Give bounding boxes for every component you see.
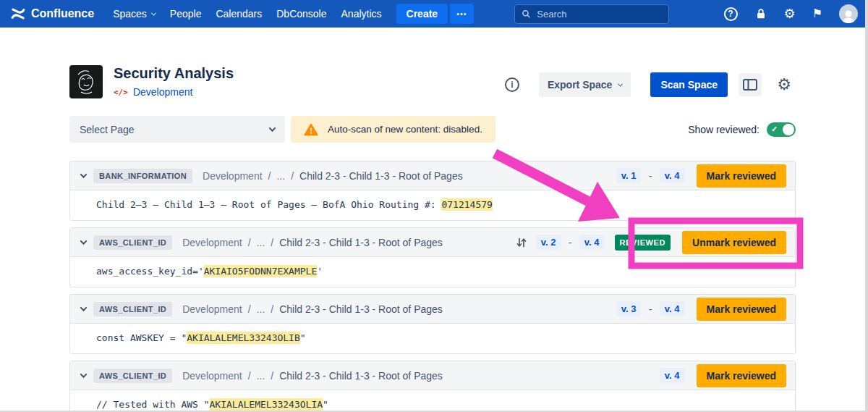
breadcrumb-space[interactable]: Development <box>203 170 263 182</box>
mark-reviewed-button[interactable]: Mark reviewed <box>697 164 787 188</box>
mark-reviewed-button[interactable]: Mark reviewed <box>697 298 787 321</box>
compare-versions-icon[interactable] <box>516 237 527 248</box>
version-from-badge[interactable]: v. 1 <box>616 168 642 183</box>
show-reviewed-control: Show reviewed: ✓ <box>688 122 796 137</box>
confluence-logo[interactable]: Confluence <box>10 6 94 22</box>
breadcrumb-space[interactable]: Development <box>182 237 242 248</box>
panel-icon <box>743 79 757 91</box>
reviewed-status-badge: REVIEWED <box>615 235 671 251</box>
unmark-reviewed-button[interactable]: Unmark reviewed <box>682 231 786 254</box>
finding-type-badge: AWS_CLIENT_ID <box>93 369 172 383</box>
search-input[interactable] <box>535 8 661 20</box>
chevron-down-icon[interactable] <box>80 171 88 178</box>
findings-list: BANK_INFORMATION Development / ... / Chi… <box>69 161 796 412</box>
finding-header: AWS_CLIENT_ID Development / ... / Child … <box>70 295 795 324</box>
gear-icon[interactable]: ⚙ <box>784 7 796 20</box>
confluence-mark-icon <box>10 6 26 22</box>
gear-icon: ⚙ <box>777 75 791 94</box>
chevron-down-icon[interactable] <box>80 371 88 378</box>
more-actions-button[interactable]: ••• <box>450 4 474 24</box>
code-type-icon: </> <box>114 88 128 97</box>
nav-calendars[interactable]: Calendars <box>208 4 269 24</box>
version-to-badge[interactable]: v. 4 <box>660 368 685 383</box>
autoscan-warning: Auto-scan of new content: disabled. <box>291 116 495 143</box>
sidebar-toggle-button[interactable] <box>739 73 762 96</box>
breadcrumb: Development / ... / Child 2-3 - Child 1-… <box>182 303 443 315</box>
header-tools: i Export Space Scan Space ⚙ <box>505 72 796 97</box>
breadcrumb-separator: / <box>271 237 273 248</box>
top-navbar: Confluence Spaces People Calendars DbCon… <box>0 0 868 28</box>
breadcrumb-separator: / <box>268 170 271 182</box>
version-to-badge[interactable]: v. 4 <box>660 301 685 316</box>
mark-reviewed-button[interactable]: Mark reviewed <box>697 364 787 387</box>
brand-label: Confluence <box>31 7 94 20</box>
lock-icon[interactable] <box>754 7 767 20</box>
secret-highlight: AKIAIO5FODNN7EXAMPLE <box>204 265 318 277</box>
breadcrumb-separator: / <box>248 303 251 315</box>
version-to-badge[interactable]: v. 4 <box>660 168 685 183</box>
nav-dbconsole[interactable]: DbConsole <box>269 4 333 24</box>
snippet-text: " <box>300 332 306 343</box>
settings-gear-button[interactable]: ⚙ <box>773 73 796 96</box>
chevron-down-icon[interactable] <box>80 237 88 245</box>
show-reviewed-toggle[interactable]: ✓ <box>767 122 796 137</box>
export-space-button[interactable]: Export Space <box>539 72 631 97</box>
breadcrumb: Development / ... / Child 2-3 - Child 1-… <box>182 370 443 382</box>
breadcrumb-space[interactable]: Development <box>182 370 242 382</box>
version-dash: - <box>648 303 652 316</box>
breadcrumb-page[interactable]: Child 2-3 - Child 1-3 - Root of Pages <box>299 170 463 182</box>
search-box[interactable] <box>514 4 669 24</box>
finding-header: BANK_INFORMATION Development / ... / Chi… <box>70 161 795 190</box>
nav-spaces[interactable]: Spaces <box>106 4 163 24</box>
breadcrumb-separator: / <box>291 170 294 182</box>
space-artwork-icon <box>69 65 103 98</box>
breadcrumb: Development / ... / Child 2-3 - Child 1-… <box>182 237 443 248</box>
breadcrumb-page[interactable]: Child 2-3 - Child 1-3 - Root of Pages <box>279 303 443 315</box>
breadcrumb-page[interactable]: Child 2-3 - Child 1-3 - Root of Pages <box>279 370 443 382</box>
select-page-label: Select Page <box>80 124 135 135</box>
secret-highlight: 071214579 <box>441 198 492 211</box>
breadcrumb-separator: / <box>271 303 273 315</box>
breadcrumb-ellipsis[interactable]: ... <box>257 370 265 382</box>
version-dash: - <box>569 236 572 249</box>
finding-snippet: const AWSKEY = "AKIALALEMEL33243OLIB" <box>70 324 795 353</box>
flag-icon[interactable]: ⚑ <box>812 8 822 20</box>
breadcrumb-ellipsis[interactable]: ... <box>276 170 285 182</box>
space-link-row: </> Development <box>114 86 234 98</box>
space-avatar[interactable] <box>69 65 103 98</box>
chevron-down-icon[interactable] <box>80 304 88 311</box>
space-link[interactable]: Development <box>133 86 193 98</box>
chevron-down-icon <box>151 10 156 15</box>
finding-group: AWS_CLIENT_ID Development / ... / Child … <box>69 227 796 287</box>
title-block: Security Analysis </> Development <box>114 65 234 98</box>
finding-group: BANK_INFORMATION Development / ... / Chi… <box>69 161 796 221</box>
snippet-text: // Tested with AWS " <box>96 399 210 410</box>
version-from-badge[interactable]: v. 2 <box>536 235 561 250</box>
select-page-dropdown[interactable]: Select Page <box>69 116 285 143</box>
help-icon[interactable]: ? <box>724 7 738 21</box>
finding-type-badge: BANK_INFORMATION <box>93 169 192 183</box>
breadcrumb-ellipsis[interactable]: ... <box>257 303 265 315</box>
snippet-text: aws_access_key_id=' <box>96 266 204 277</box>
finding-snippet: aws_access_key_id='AKIAIO5FODNN7EXAMPLE' <box>70 257 795 287</box>
nav-analytics[interactable]: Analytics <box>334 4 389 24</box>
breadcrumb-ellipsis[interactable]: ... <box>257 237 265 248</box>
show-reviewed-label: Show reviewed: <box>688 124 760 135</box>
controls-row: Select Page Auto-scan of new content: di… <box>69 116 796 143</box>
person-icon <box>841 9 856 23</box>
scan-space-button[interactable]: Scan Space <box>650 72 728 97</box>
version-from-badge[interactable]: v. 3 <box>616 301 642 316</box>
breadcrumb-page[interactable]: Child 2-3 - Child 1-3 - Root of Pages <box>279 237 443 248</box>
nav-people[interactable]: People <box>163 4 209 24</box>
breadcrumb: Development / ... / Child 2-3 - Child 1-… <box>203 170 463 182</box>
create-button[interactable]: Create <box>396 4 448 24</box>
breadcrumb-space[interactable]: Development <box>182 303 242 315</box>
nav-spaces-label: Spaces <box>113 8 147 20</box>
version-dash: - <box>648 169 652 182</box>
info-icon[interactable]: i <box>505 77 519 92</box>
chevron-down-icon <box>618 81 623 86</box>
search-icon <box>522 9 531 19</box>
avatar[interactable] <box>839 4 858 23</box>
version-to-badge[interactable]: v. 4 <box>579 235 605 250</box>
snippet-text: Child 2–3 – Child 1–3 – Root of Pages – … <box>96 199 441 210</box>
